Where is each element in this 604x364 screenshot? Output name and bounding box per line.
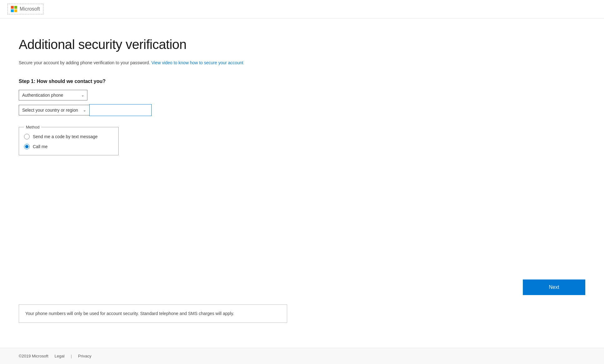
disclaimer-text: Your phone numbers will only be used for… <box>25 310 281 317</box>
text-message-option[interactable]: Send me a code by text message <box>24 134 112 139</box>
disclaimer-area: Your phone numbers will only be used for… <box>0 304 604 348</box>
text-message-radio[interactable] <box>24 134 30 139</box>
subtitle-link[interactable]: View video to know how to secure your ac… <box>151 60 243 65</box>
country-phone-row: Select your country or region United Sta… <box>19 104 281 116</box>
page-title: Additional security verification <box>19 37 281 52</box>
country-dropdown-wrapper: Select your country or region United Sta… <box>19 105 89 115</box>
method-fieldset: Method Send me a code by text message Ca… <box>19 125 119 155</box>
next-button-row: Next <box>0 279 604 304</box>
call-me-option[interactable]: Call me <box>24 144 112 149</box>
subtitle: Secure your account by adding phone veri… <box>19 60 281 66</box>
call-me-label: Call me <box>33 144 47 149</box>
step-heading: Step 1: How should we contact you? <box>19 79 281 84</box>
copyright-text: ©2019 Microsoft <box>19 354 48 358</box>
auth-method-select[interactable]: Authentication phone Mobile app <box>19 90 87 100</box>
privacy-link[interactable]: Privacy <box>78 354 91 358</box>
header: Microsoft <box>0 0 604 18</box>
logo-square-blue <box>11 9 14 12</box>
footer: ©2019 Microsoft Legal | Privacy <box>0 348 604 364</box>
phone-number-input[interactable] <box>89 104 152 116</box>
method-legend: Method <box>24 125 41 129</box>
next-button[interactable]: Next <box>523 279 585 295</box>
call-me-radio[interactable] <box>24 144 30 149</box>
country-select[interactable]: Select your country or region United Sta… <box>19 105 89 115</box>
subtitle-static-text: Secure your account by adding phone veri… <box>19 60 150 65</box>
legal-link[interactable]: Legal <box>55 354 65 358</box>
text-message-label: Send me a code by text message <box>33 134 98 139</box>
auth-method-dropdown-wrapper: Authentication phone Mobile app ⌄ <box>19 90 87 100</box>
microsoft-logo-grid <box>11 6 17 12</box>
content-area: Additional security verification Secure … <box>0 18 604 348</box>
logo-square-green <box>14 6 17 9</box>
disclaimer-box: Your phone numbers will only be used for… <box>19 304 287 323</box>
microsoft-logo-text: Microsoft <box>20 6 40 12</box>
main-content: Additional security verification Secure … <box>0 18 300 279</box>
microsoft-logo-box: Microsoft <box>7 4 43 14</box>
page-wrapper: Microsoft Additional security verificati… <box>0 0 604 364</box>
footer-divider: | <box>71 354 72 358</box>
logo-square-yellow <box>14 9 17 12</box>
logo-square-red <box>11 6 14 9</box>
